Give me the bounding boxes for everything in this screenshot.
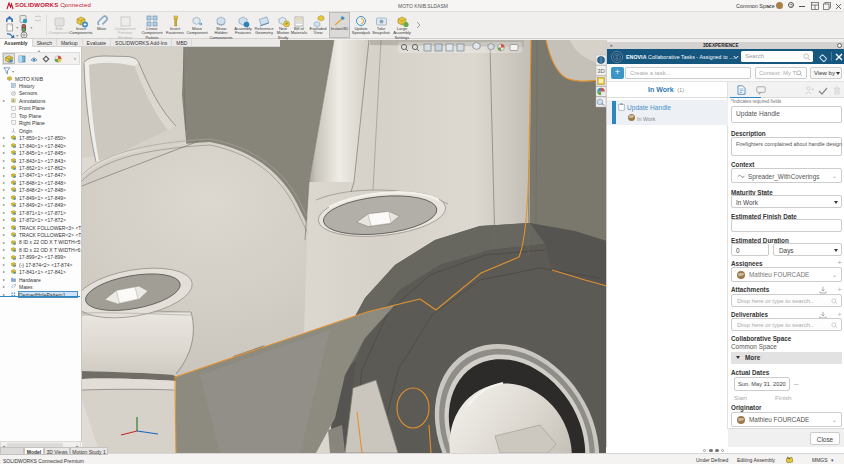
svg-text:3D: 3D <box>597 68 605 74</box>
svg-text:A: A <box>12 99 14 103</box>
